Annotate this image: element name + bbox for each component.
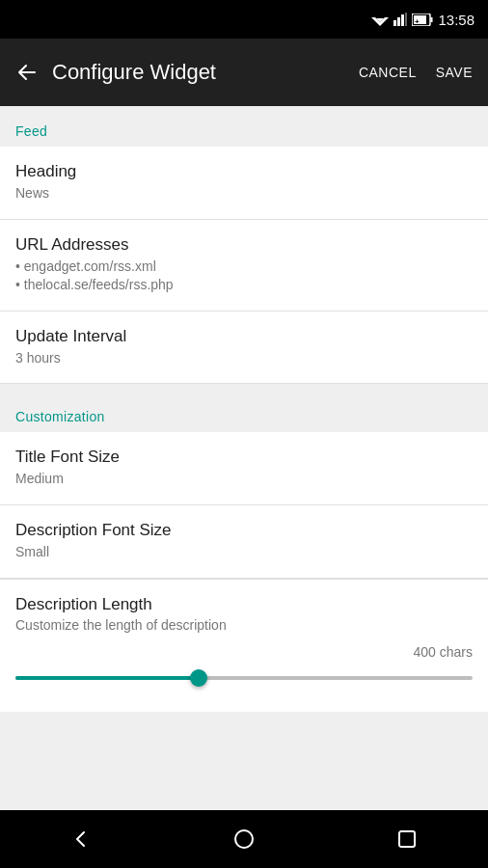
app-bar-actions: CANCEL SAVE [359, 65, 473, 80]
nav-home-button[interactable] [220, 815, 268, 863]
url-addresses-values: • engadget.com/rss.xml • thelocal.se/fee… [15, 258, 473, 295]
app-bar: Configure Widget CANCEL SAVE [0, 39, 488, 106]
svg-text:+: + [415, 17, 420, 26]
update-interval-title: Update Interval [15, 327, 473, 346]
description-length-item: Description Length Customize the length … [0, 579, 488, 712]
save-button[interactable]: SAVE [436, 65, 473, 80]
svg-rect-4 [397, 17, 400, 26]
heading-value: News [15, 184, 473, 203]
url-addresses-title: URL Addresses [15, 235, 473, 255]
feed-section-header: Feed [0, 106, 488, 147]
heading-item[interactable]: Heading News [0, 147, 488, 220]
url-addresses-item[interactable]: URL Addresses • engadget.com/rss.xml • t… [0, 220, 488, 312]
back-button[interactable] [15, 62, 37, 83]
url-2: • thelocal.se/feeds/rss.php [15, 276, 473, 295]
heading-title: Heading [15, 162, 473, 181]
wifi-icon [371, 13, 389, 26]
battery-icon: + [412, 14, 433, 26]
description-font-size-item[interactable]: Description Font Size Small [0, 505, 488, 579]
status-bar: + 13:58 [0, 0, 488, 39]
title-font-size-title: Title Font Size [15, 448, 473, 467]
slider-container[interactable] [15, 664, 473, 692]
title-font-size-item[interactable]: Title Font Size Medium [0, 432, 488, 505]
status-icons: + 13:58 [371, 12, 474, 28]
description-font-size-title: Description Font Size [15, 521, 473, 540]
app-bar-title: Configure Widget [52, 60, 359, 85]
title-font-size-value: Medium [15, 470, 473, 489]
cancel-button[interactable]: CANCEL [359, 65, 417, 80]
slider-value-row: 400 chars [15, 644, 473, 660]
bottom-nav [0, 810, 488, 868]
description-font-size-value: Small [15, 543, 473, 562]
description-length-subtitle: Customize the length of description [15, 617, 473, 633]
description-length-title: Description Length [15, 595, 473, 614]
url-1: • engadget.com/rss.xml [15, 258, 473, 277]
svg-rect-3 [393, 20, 396, 26]
svg-rect-12 [399, 831, 415, 847]
nav-recents-button[interactable] [383, 815, 431, 863]
svg-rect-6 [405, 13, 407, 26]
status-time: 13:58 [438, 12, 474, 28]
update-interval-value: 3 hours [15, 349, 473, 368]
update-interval-item[interactable]: Update Interval 3 hours [0, 312, 488, 385]
customization-section-header: Customization [0, 392, 488, 432]
content-area: Feed Heading News URL Addresses • engadg… [0, 106, 488, 810]
slider-value-display: 400 chars [414, 644, 473, 660]
svg-rect-5 [401, 14, 404, 26]
section-gap-1 [0, 384, 488, 392]
signal-icon [393, 13, 407, 26]
svg-point-11 [235, 830, 253, 848]
nav-back-button[interactable] [57, 815, 105, 863]
svg-rect-8 [431, 17, 433, 22]
